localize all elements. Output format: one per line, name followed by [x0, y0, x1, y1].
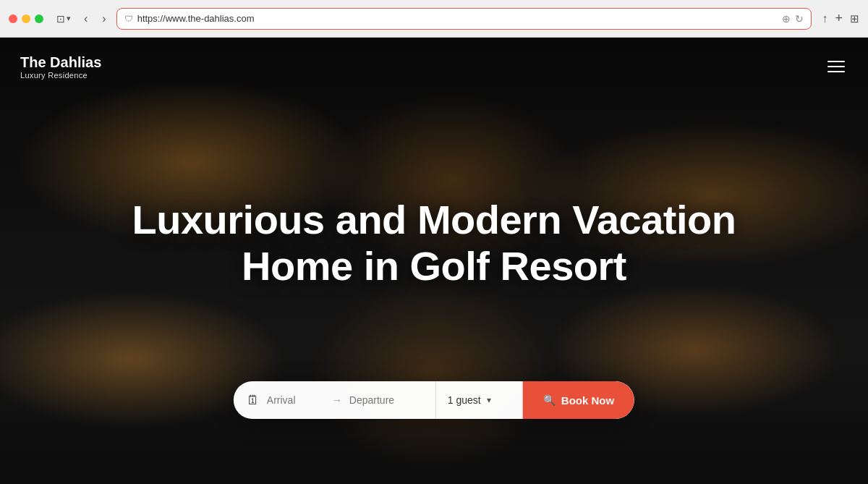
address-bar-icons: ⊕ ↻ [782, 13, 804, 25]
sidebar-toggle-button[interactable]: ⊡ ▾ [54, 12, 74, 26]
new-tab-icon[interactable]: + [835, 11, 843, 26]
guest-count-label: 1 guest [448, 394, 481, 406]
url-input[interactable] [137, 13, 778, 24]
hamburger-line-3 [827, 71, 845, 72]
logo-name: The Dahlias [20, 54, 101, 71]
arrival-input[interactable] [267, 394, 325, 406]
book-now-label: Book Now [561, 394, 614, 407]
menu-toggle-button[interactable] [825, 58, 848, 75]
search-icon: 🔍 [543, 394, 556, 406]
calendar-icon: 🗓 [247, 393, 260, 408]
security-icon: 🛡 [124, 14, 133, 24]
tab-grid-icon[interactable]: ⊞ [850, 12, 859, 25]
booking-bar: 🗓 → 1 guest ▾ 🔍 Book Now [234, 381, 634, 419]
chevron-down-icon: ▾ [487, 395, 491, 405]
translate-icon[interactable]: ⊕ [782, 13, 791, 25]
logo-subtitle: Luxury Residence [20, 71, 101, 80]
date-arrow-separator: → [332, 394, 342, 406]
hamburger-line-2 [827, 66, 845, 67]
forward-icon: › [102, 12, 106, 25]
hero-section: Luxurious and Modern Vacation Home in Go… [0, 197, 868, 290]
browser-chrome: ⊡ ▾ ‹ › 🛡 ⊕ ↻ ↑ + ⊞ [0, 0, 868, 38]
minimize-button[interactable] [22, 14, 30, 23]
refresh-icon[interactable]: ↻ [795, 13, 804, 25]
hero-title: Luxurious and Modern Vacation Home in Go… [72, 197, 796, 290]
departure-input[interactable] [349, 394, 414, 406]
close-button[interactable] [9, 14, 17, 23]
back-icon: ‹ [84, 12, 88, 25]
chevron-down-icon: ▾ [67, 14, 71, 23]
site-navigation: The Dahlias Luxury Residence [0, 38, 868, 95]
back-button[interactable]: ‹ [80, 9, 92, 28]
hamburger-line-1 [827, 61, 845, 62]
guest-selector[interactable]: 1 guest ▾ [436, 381, 523, 419]
traffic-lights [9, 14, 43, 23]
book-now-button[interactable]: 🔍 Book Now [523, 381, 634, 419]
fullscreen-button[interactable] [35, 14, 43, 23]
share-icon[interactable]: ↑ [822, 12, 827, 25]
date-range-picker[interactable]: 🗓 → [234, 381, 436, 419]
sidebar-icon: ⊡ [56, 13, 65, 25]
browser-actions: ↑ + ⊞ [822, 11, 859, 26]
site-logo: The Dahlias Luxury Residence [20, 54, 101, 80]
website-container: The Dahlias Luxury Residence Luxurious a… [0, 38, 868, 484]
forward-button[interactable]: › [98, 9, 110, 28]
address-bar[interactable]: 🛡 ⊕ ↻ [116, 8, 812, 30]
